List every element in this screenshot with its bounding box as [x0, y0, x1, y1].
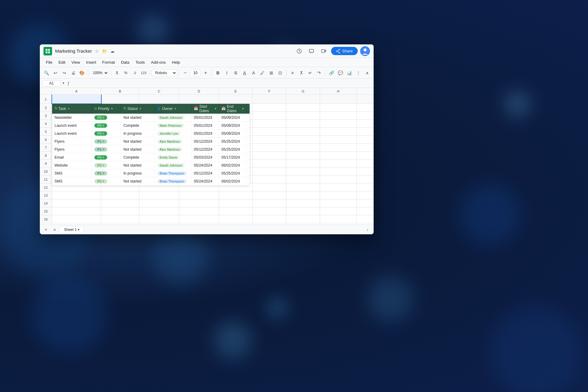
cell-b14[interactable] — [101, 199, 139, 207]
cell-f2[interactable] — [253, 104, 286, 111]
cell-f6[interactable] — [253, 136, 286, 143]
collapse-toolbar-btn[interactable]: ∧ — [363, 69, 371, 77]
cell-b13[interactable] — [101, 191, 139, 199]
video-icon[interactable] — [319, 46, 329, 56]
valign-btn[interactable]: ⊼ — [297, 69, 306, 77]
cell-g9[interactable] — [286, 160, 320, 167]
cell-d15[interactable] — [179, 207, 219, 215]
cell-h14[interactable] — [320, 199, 357, 207]
cell-e15[interactable] — [219, 207, 253, 215]
cell-f8[interactable] — [253, 152, 286, 159]
link-btn[interactable]: 🔗 — [327, 69, 336, 77]
merge-btn[interactable]: ⊡ — [276, 69, 285, 77]
currency-btn[interactable]: $ — [113, 69, 121, 77]
cell-f11[interactable] — [253, 175, 286, 183]
cell-c14[interactable] — [139, 199, 179, 207]
cell-h16[interactable] — [320, 215, 357, 223]
menu-help[interactable]: Help — [169, 59, 183, 66]
cell-g2[interactable] — [286, 104, 320, 111]
cell-g13[interactable] — [286, 191, 320, 199]
strikethrough-btn[interactable]: S — [232, 69, 240, 77]
cell-e14[interactable] — [219, 199, 253, 207]
sheet-tab-dropdown[interactable]: ▾ — [78, 228, 79, 231]
cell-d1[interactable] — [179, 95, 219, 104]
menu-addons[interactable]: Add-ons — [149, 59, 168, 66]
cell-h2[interactable] — [320, 104, 357, 111]
font-size-decrease[interactable]: − — [181, 69, 189, 77]
underline-btn[interactable]: A — [240, 69, 249, 77]
cell-g4[interactable] — [286, 120, 320, 127]
col-header-h[interactable]: H — [320, 88, 357, 94]
cell-f5[interactable] — [253, 128, 286, 135]
cell-reference-input[interactable] — [42, 80, 61, 86]
cell-d14[interactable] — [179, 199, 219, 207]
cell-g14[interactable] — [286, 199, 320, 207]
bold-btn[interactable]: B — [214, 69, 222, 77]
menu-file[interactable]: File — [43, 59, 55, 66]
cell-h7[interactable] — [320, 144, 357, 151]
decimal-btn[interactable]: .0 — [130, 69, 139, 77]
cell-c15[interactable] — [139, 207, 179, 215]
col-header-g[interactable]: G — [286, 88, 320, 94]
cell-c13[interactable] — [139, 191, 179, 199]
th-start-sort[interactable]: ▾ — [215, 107, 216, 110]
star-icon[interactable]: ☆ — [95, 49, 99, 54]
th-end-sort[interactable]: ▾ — [242, 107, 244, 110]
table-row[interactable]: Flyers P1 ▾ Not started Alex Martinez 05… — [52, 145, 250, 153]
italic-btn[interactable]: I — [223, 69, 231, 77]
cell-e13[interactable] — [219, 191, 253, 199]
cell-h1[interactable] — [320, 95, 357, 104]
menu-edit[interactable]: Edit — [56, 59, 68, 66]
cell-f3[interactable] — [253, 112, 286, 119]
user-avatar[interactable] — [360, 46, 370, 56]
cell-g7[interactable] — [286, 144, 320, 151]
folder-icon[interactable]: 📁 — [102, 49, 107, 54]
cell-a14[interactable] — [52, 199, 101, 207]
cell-d16[interactable] — [179, 215, 219, 223]
cell-h5[interactable] — [320, 128, 357, 135]
cell-c1[interactable] — [139, 95, 179, 104]
cell-c16[interactable] — [139, 215, 179, 223]
chart-btn[interactable]: 📊 — [345, 69, 353, 77]
cloud-icon[interactable]: ☁ — [110, 49, 115, 54]
redo-btn[interactable]: ↪ — [60, 69, 68, 77]
cell-g11[interactable] — [286, 175, 320, 183]
comment-toolbar-btn[interactable]: 💬 — [336, 69, 345, 77]
table-row[interactable]: Newsletter P0 ▾ Not started Sarah Johnso… — [52, 114, 250, 122]
menu-format[interactable]: Format — [100, 59, 117, 66]
share-button[interactable]: Share — [331, 47, 358, 55]
table-row[interactable]: Website P2 ▾ Not started Sarah Johnson 0… — [52, 161, 250, 169]
undo-btn[interactable]: ↩ — [51, 69, 59, 77]
cell-f10[interactable] — [253, 168, 286, 175]
cell-g5[interactable] — [286, 128, 320, 135]
cell-ref-dropdown[interactable]: ▼ — [62, 81, 65, 85]
th-task[interactable]: Tr Task ▾ — [52, 104, 92, 113]
cell-f4[interactable] — [253, 120, 286, 127]
th-end-dates[interactable]: 📅 End Dates ▾ — [219, 104, 247, 113]
cell-a16[interactable] — [52, 215, 101, 223]
cell-f9[interactable] — [253, 160, 286, 167]
cell-a1[interactable]: Tasks ▾ ⊞ — [52, 95, 101, 104]
comment-icon[interactable] — [307, 46, 316, 56]
align-btn[interactable]: ≡ — [288, 69, 297, 77]
th-status-sort[interactable]: ▾ — [140, 107, 141, 110]
col-header-d[interactable]: D — [179, 88, 219, 94]
col-header-a[interactable]: A — [52, 88, 101, 94]
paint-format-btn[interactable]: 🎨 — [78, 69, 86, 77]
cell-h10[interactable] — [320, 168, 357, 175]
cell-a15[interactable] — [52, 207, 101, 215]
table-row[interactable]: SMS P2 ▾ Not started Brian Thompson 05/2… — [52, 177, 250, 185]
font-size-input[interactable] — [190, 69, 201, 77]
font-select[interactable]: Roboto Arial — [152, 70, 177, 76]
font-size-increase[interactable]: + — [202, 69, 210, 77]
sheet-tab-1[interactable]: Sheet 1 ▾ — [59, 226, 84, 233]
cell-h11[interactable] — [320, 175, 357, 183]
table-row[interactable]: Launch event P0 ▾ Complete Mark Peterson… — [52, 122, 250, 130]
th-start-dates[interactable]: 📅 Start Dates ▾ — [191, 104, 219, 113]
sheet-list-btn[interactable]: ≡ — [51, 226, 58, 233]
cell-e1[interactable] — [219, 95, 253, 104]
cell-g15[interactable] — [286, 207, 320, 215]
add-sheet-btn[interactable]: + — [42, 226, 50, 233]
cell-h9[interactable] — [320, 160, 357, 167]
print-btn[interactable]: 🖨 — [69, 69, 77, 77]
